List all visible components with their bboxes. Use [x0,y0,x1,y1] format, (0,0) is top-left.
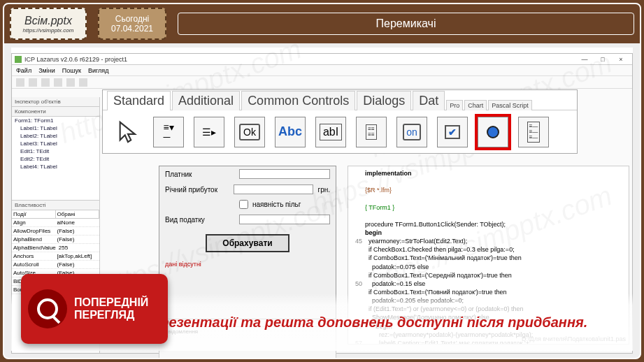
date-value: 07.04.2021 [111,24,153,34]
logo-url: https://vsimpptx.com [23,27,74,34]
ide-titlebar: ICP Lazarus v2.0.6 r62129 - project1 — □… [12,54,632,65]
ide-title: ICP Lazarus v2.0.6 r62129 - project1 [24,56,127,63]
checkbox-benefits[interactable] [239,200,248,209]
combo-taxtype[interactable] [239,215,330,224]
tree-node[interactable]: Edit2: TEdit [12,155,99,163]
tree-node[interactable]: Label3: TLabel [12,140,99,147]
edit-icon[interactable]: abI [315,117,346,147]
tab-standard[interactable]: Standard [107,91,171,110]
tab-data[interactable]: Dat [413,91,445,110]
stop-icon[interactable] [79,78,87,87]
inspector-title: Інспектор об'єктів [12,97,99,107]
date-label: Сьогодні [115,14,149,24]
tree-node[interactable]: Form1: TForm1 [12,117,99,124]
new-icon[interactable] [16,78,24,87]
tree-node[interactable]: Label2: TLabel [12,132,99,140]
slide-title: Перемикачі [178,13,634,35]
tab-chart[interactable]: Chart [464,100,487,110]
label-benefits: наявність пільг [252,201,301,208]
listbox-icon[interactable]: ≡—≡—≡— [518,117,549,147]
error-label: дані відсутні [159,261,336,268]
menu-view[interactable]: Вигляд [88,67,109,74]
label-currency: грн. [317,186,330,194]
palette-row: ≡▾─ ☰▸ Ok Abc abI ≡≡≡≡ on ✔ ≡—≡—≡— [103,110,577,153]
save-icon[interactable] [41,78,50,87]
logo-text: Всім.pptx [24,15,72,27]
edit-payer[interactable] [239,169,330,179]
memo-icon[interactable]: ≡≡≡≡ [356,117,387,147]
component-tree[interactable]: Form1: TForm1 Label1: TLabel Label2: TLa… [12,117,99,201]
popupmenu-icon[interactable]: ☰▸ [194,117,224,147]
palette-tabs: Standard Additional Common Controls Dial… [103,90,577,110]
component-palette: Standard Additional Common Controls Dial… [102,89,578,154]
preview-badge: ПОПЕРЕДНІЙ ПЕРЕГЛЯД [21,274,168,344]
app-icon [15,56,22,63]
label-taxtype: Вид податку [165,216,235,224]
label-icon[interactable]: Abc [275,117,306,147]
close-button[interactable]: × [613,55,629,64]
components-title: Компоненти [12,107,99,117]
magnifier-icon [28,289,67,328]
site-logo: Всім.pptx https://vsimpptx.com [10,8,87,40]
menu-search[interactable]: Пошук [62,67,81,74]
tab-pro[interactable]: Pro [446,100,463,110]
menu-file[interactable]: Файл [16,67,31,74]
mainmenu-icon[interactable]: ≡▾─ [153,117,184,147]
props-title: Властивості [12,201,99,210]
content-area: https://vsimpptx.com https://vsimpptx.co… [11,48,633,351]
tree-node[interactable]: Label1: TLabel [12,124,99,132]
preview-text: ПОПЕРЕДНІЙ ПЕРЕГЛЯД [74,296,148,321]
run-icon[interactable] [54,78,62,87]
tree-node[interactable]: Label4: TLabel [12,163,99,171]
button-icon[interactable]: Ok [234,117,265,147]
ide-toolbar [12,76,632,89]
top-bar: Всім.pptx https://vsimpptx.com Сьогодні … [4,4,640,43]
togglebox-icon[interactable]: on [396,117,427,147]
cursor-tool-icon[interactable] [113,117,143,147]
pause-icon[interactable] [66,78,75,87]
label-income: Річний прибуток [165,186,229,194]
open-icon[interactable] [29,78,37,87]
label-payer: Платник [165,171,235,178]
checkbox-icon[interactable]: ✔ [437,117,468,147]
date-badge: Сьогодні 07.04.2021 [98,8,166,40]
maximize-button[interactable]: □ [594,55,611,64]
tree-node[interactable]: Edit1: TEdit [12,147,99,155]
calc-button[interactable]: Обрахувати [206,234,289,252]
tab-common[interactable]: Common Controls [241,91,355,110]
minimize-button[interactable]: — [576,55,593,64]
tab-dialogs[interactable]: Dialogs [357,91,411,110]
ide-menu: Файл Зміни Пошук Вигляд [12,65,632,76]
tab-pascal[interactable]: Pascal Script [488,100,532,110]
radiobutton-icon[interactable] [478,117,508,147]
menu-edit[interactable]: Зміни [38,67,55,74]
edit-income[interactable] [234,184,313,194]
tab-additional[interactable]: Additional [172,91,240,110]
